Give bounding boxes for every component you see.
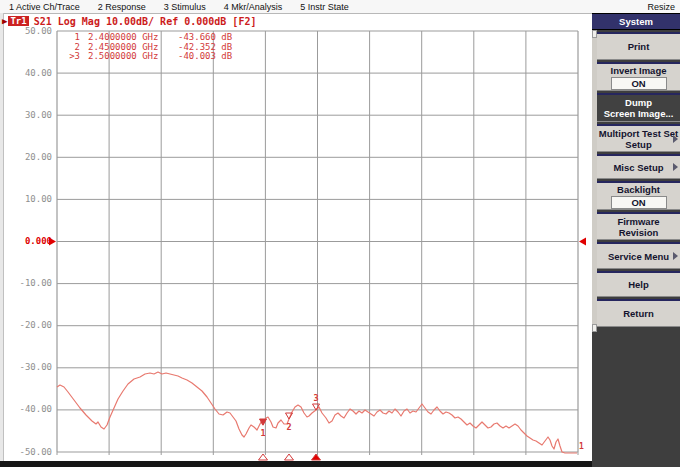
softkey-label: Firmware Revision	[617, 216, 659, 238]
trace-marker-number: 1	[260, 428, 265, 438]
softkey-misc-setup[interactable]: Misc Setup	[597, 154, 680, 179]
submenu-arrow-icon	[673, 163, 678, 171]
softkey-label: Help	[628, 279, 649, 290]
measurement-plot: 1231	[0, 0, 680, 467]
softkey-state-indicator: ON	[611, 77, 667, 90]
ref-level-arrow-left	[49, 238, 56, 246]
softkey-multiport-test-set-setup[interactable]: Multiport Test Set Setup	[597, 124, 680, 152]
vna-screen: 1 Active Ch/Trace2 Response3 Stimulus4 M…	[0, 0, 680, 467]
axis-marker-triangle	[259, 454, 268, 460]
trace-marker-number: 2	[286, 422, 291, 432]
softkey-sidebar: System PrintInvert ImageONDump Screen Im…	[592, 13, 680, 467]
marker-val: -40.003 dB	[178, 52, 250, 62]
softkey-label: Dump Screen Image...	[604, 97, 674, 119]
softkey-label: Misc Setup	[613, 162, 663, 173]
softkey-backlight[interactable]: BacklightON	[597, 181, 680, 210]
marker-freq: 2.5000000 GHz	[88, 52, 178, 62]
softkey-label: Backlight	[617, 184, 660, 195]
softkey-firmware-revision[interactable]: Firmware Revision	[597, 212, 680, 240]
softkey-label: Multiport Test Set Setup	[599, 128, 679, 150]
trace-marker-number: 3	[313, 393, 318, 403]
axis-marker-triangle	[312, 454, 321, 460]
submenu-arrow-icon	[673, 135, 678, 143]
marker-readout-row: >32.5000000 GHz-40.003 dB	[62, 52, 250, 62]
ref-level-arrow-right	[579, 238, 586, 246]
softkey-service-menu[interactable]: Service Menu	[597, 242, 680, 269]
softkey-return[interactable]: Return	[597, 299, 680, 327]
softkey-invert-image[interactable]: Invert ImageON	[597, 62, 680, 91]
softkey-help[interactable]: Help	[597, 271, 680, 297]
softkey-print[interactable]: Print	[597, 32, 680, 60]
bottom-status-bar	[0, 461, 592, 467]
marker-num: >3	[62, 52, 80, 62]
softkey-dump-screen-image[interactable]: Dump Screen Image...	[597, 93, 680, 122]
softkey-label: Invert Image	[611, 65, 667, 76]
softkey-label: Return	[623, 308, 654, 319]
axis-marker-triangle	[285, 454, 294, 460]
softkey-state-indicator: ON	[611, 196, 667, 209]
marker-readout-table: 12.4000000 GHz-43.660 dB22.4500000 GHz-4…	[62, 33, 250, 62]
softkey-label: Print	[628, 41, 650, 52]
trace-marker-triangle	[286, 413, 293, 419]
softkey-menu-title: System	[592, 13, 680, 30]
submenu-arrow-icon	[673, 252, 678, 260]
trace-end-number: 1	[579, 442, 584, 451]
softkey-label: Service Menu	[608, 251, 669, 262]
